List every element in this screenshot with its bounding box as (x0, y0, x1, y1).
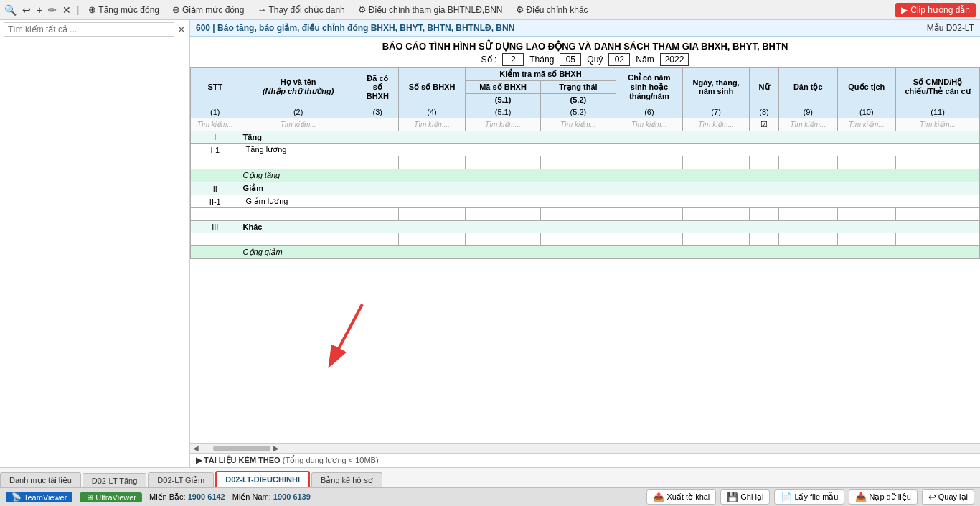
teamviewer-button[interactable]: 📡 TeamViewer (6, 492, 72, 502)
col-num-52: (5.2) (540, 94, 616, 106)
dieu-chinh-khac-button[interactable]: ⚙ Điều chỉnh khác (512, 3, 592, 17)
giam-muc-dong-button[interactable]: ⊖ Giảm mức đóng (169, 3, 248, 17)
ultraviewer-button[interactable]: 🖥 UltraViewer (80, 492, 142, 502)
cong-giam-row: Cộng giảm (191, 246, 980, 259)
num-6: (6) (616, 106, 682, 118)
search-cell-9[interactable]: ☑ (750, 118, 779, 131)
search-cell-12[interactable]: Tìm kiếm... (896, 118, 980, 131)
num-1: (1) (191, 106, 240, 118)
search-cell-10[interactable]: Tìm kiếm... (778, 118, 837, 131)
separator: | (77, 5, 79, 15)
tab-bang-ke-ho-so[interactable]: Bảng kê hồ sơ (311, 472, 382, 488)
tabs-bar: Danh mục tài liệu D02-LT Tăng D02-LT Giả… (0, 467, 980, 487)
arrow-annotation (319, 297, 377, 371)
num-7: (7) (683, 106, 750, 118)
search-input[interactable] (4, 22, 174, 37)
scroll-thumb[interactable] (213, 446, 270, 451)
scroll-left-icon[interactable]: ◀ (193, 444, 199, 452)
col-maso: Mã số BHXH (466, 81, 541, 94)
horizontal-scrollbar[interactable]: ◀ ▶ (190, 443, 980, 453)
report-title: BÁO CÁO TÌNH HÌNH SỬ DỤNG LAO ĐỘNG VÀ DA… (190, 41, 980, 52)
search-close-icon[interactable]: ✕ (177, 24, 186, 35)
lay-file-mau-button[interactable]: 📄 Lấy file mẫu (774, 489, 844, 505)
main-table: STT Họ và tên(Nhập chữ thường) Đã cósốBH… (190, 67, 980, 259)
report-subtitle: Số : 2 Tháng 05 Quý 02 Năm 2022 (190, 53, 980, 66)
section-III-stt: III (191, 221, 240, 233)
col-num-51: (5.1) (466, 94, 541, 106)
breadcrumb: 600 | Báo tăng, báo giảm, điều chỉnh đón… (190, 20, 980, 37)
table-wrapper[interactable]: STT Họ và tên(Nhập chữ thường) Đã cósốBH… (190, 67, 980, 443)
status-bar: 📡 TeamViewer 🖥 UltraViewer Miền Bắc: 190… (0, 487, 980, 506)
quy-field[interactable]: 02 (608, 53, 630, 66)
sidebar: ✕ (0, 20, 190, 467)
so-field[interactable]: 2 (502, 53, 524, 66)
back-icon: ↩ (928, 492, 936, 502)
num-3: (3) (357, 106, 398, 118)
giam-icon: ⊖ (172, 4, 180, 15)
search-cell-5[interactable]: Tìm kiếm... (466, 118, 541, 131)
content-area: 600 | Báo tăng, báo giảm, điều chỉnh đón… (190, 20, 980, 467)
subsection-II-1: II-1 Giảm lương (191, 195, 980, 208)
tab-d02-lt-tang[interactable]: D02-LT Tăng (83, 473, 147, 488)
search-bar: ✕ (0, 20, 189, 39)
gear1-icon: ⚙ (358, 4, 367, 15)
num-8: (8) (750, 106, 779, 118)
col-quoctich: Quốc tịch (837, 68, 896, 106)
scroll-right-icon[interactable]: ▶ (273, 444, 279, 452)
file-icon: 📄 (781, 492, 792, 502)
search-cell-11[interactable]: Tìm kiếm... (837, 118, 896, 131)
mien-bac-phone: 1900 6142 (188, 492, 225, 501)
search-cell-3 (357, 118, 398, 131)
top-toolbar: 🔍 ↩ + ✏ ✕ | ⊕ Tăng mức đóng ⊖ Giảm mức đ… (0, 0, 980, 20)
gear2-icon: ⚙ (516, 4, 524, 15)
num-2: (2) (240, 106, 357, 118)
tang-muc-dong-button[interactable]: ⊕ Tăng mức đóng (85, 3, 163, 17)
xuat-to-khai-button[interactable]: 📤 Xuất tờ khai (646, 489, 716, 505)
thang-field[interactable]: 05 (560, 53, 581, 66)
col-nu: Nữ (750, 68, 779, 106)
search-row: Tìm kiếm... Tìm kiếm... Tìm kiếm... Tìm … (191, 118, 980, 131)
nap-du-lieu-button[interactable]: 📥 Nạp dữ liệu (849, 489, 917, 505)
empty-row-2 (191, 208, 980, 221)
ghi-lai-button[interactable]: 💾 Ghi lại (720, 489, 770, 505)
tab-d02-lt-giam[interactable]: D02-LT Giảm (148, 472, 214, 488)
col-hoten: Họ và tên(Nhập chữ thường) (240, 68, 357, 106)
subsection-I-1-stt: I-1 (191, 144, 240, 156)
search-toolbar-icon[interactable]: 🔍 (4, 4, 17, 16)
close-icon[interactable]: ✕ (62, 4, 71, 16)
search-cell-6[interactable]: Tìm kiếm... (540, 118, 616, 131)
mien-nam-phone: 1900 6139 (273, 492, 311, 501)
search-cell-7[interactable]: Tìm kiếm... (616, 118, 682, 131)
search-cell-1[interactable]: Tìm kiếm... (191, 118, 240, 131)
cong-giam-label: Cộng giảm (240, 246, 979, 259)
section-I-label: Tăng (240, 131, 979, 144)
tab-danh-muc-tai-lieu[interactable]: Danh mục tài liệu (0, 472, 81, 488)
quay-lai-button[interactable]: ↩ Quay lại (922, 489, 974, 505)
clip-huong-dan-button[interactable]: ▶ Clip hướng dẫn (895, 3, 976, 17)
search-cell-4[interactable]: Tìm kiếm... (398, 118, 465, 131)
col-dantoc: Dân tộc (778, 68, 837, 106)
dieu-chinh-tham-gia-button[interactable]: ⚙ Điều chỉnh tham gia BHTNLĐ,BNN (354, 3, 507, 17)
search-cell-2[interactable]: Tìm kiếm... (240, 118, 357, 131)
col-daco: Đã cósốBHXH (357, 68, 398, 106)
subsection-I-1-label: Tăng lương (240, 144, 979, 156)
edit-icon[interactable]: ✏ (48, 4, 57, 16)
subsection-I-1: I-1 Tăng lương (191, 144, 980, 156)
section-II-label: Giảm (240, 182, 979, 195)
nam-field[interactable]: 2022 (660, 53, 689, 66)
mien-bac-label: Miền Bắc: 1900 6142 (149, 492, 225, 502)
add-icon[interactable]: + (37, 4, 42, 16)
section-III: III Khác (191, 221, 980, 233)
empty-row-3 (191, 233, 980, 246)
tang-icon: ⊕ (88, 4, 96, 15)
col-stt: STT (191, 68, 240, 106)
num-52: (5.2) (540, 106, 616, 118)
section-II-stt: II (191, 182, 240, 195)
section-I-stt: I (191, 131, 240, 144)
tab-d02-lt-dieuchinhi[interactable]: D02-LT-DIEUCHINHI (215, 471, 310, 488)
section-I: I Tăng (191, 131, 980, 144)
thay-doi-chuc-danh-button[interactable]: ↔ Thay đổi chức danh (253, 3, 348, 17)
ultraviewer-icon: 🖥 (85, 493, 93, 502)
search-cell-8[interactable]: Tìm kiếm... (683, 118, 750, 131)
undo-icon[interactable]: ↩ (22, 4, 31, 16)
